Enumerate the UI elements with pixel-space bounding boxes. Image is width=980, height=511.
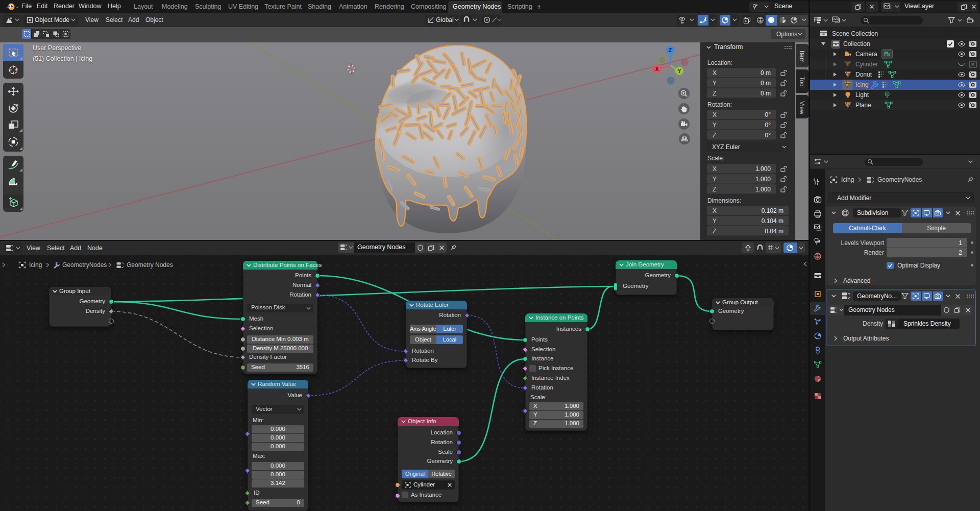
svg-text:Y: Y <box>678 68 681 74</box>
svg-text:Z: Z <box>669 47 672 53</box>
svg-text:X: X <box>655 66 659 72</box>
